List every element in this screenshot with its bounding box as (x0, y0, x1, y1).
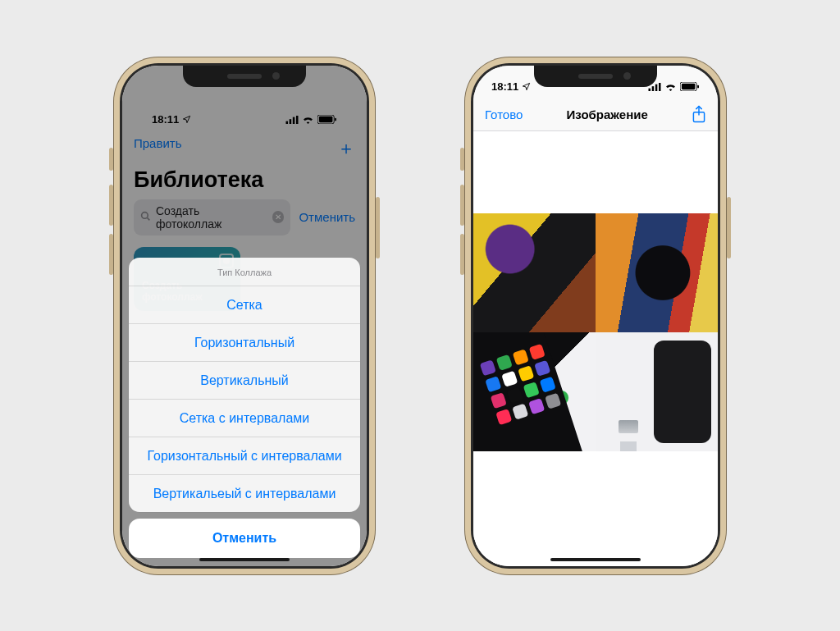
image-preview (473, 131, 718, 566)
action-sheet: Тип Коллажа Сетка Горизонтальный Вертика… (129, 258, 360, 558)
sheet-option-grid[interactable]: Сетка (129, 286, 360, 323)
cellular-icon (285, 116, 299, 124)
collage-result (473, 213, 718, 451)
svg-line-8 (148, 217, 150, 220)
volume-down-button (109, 234, 113, 275)
share-icon (692, 105, 706, 123)
home-indicator (550, 558, 641, 561)
status-bar: 18:11 (134, 98, 355, 131)
svg-rect-12 (659, 83, 661, 91)
notch (534, 66, 657, 87)
svg-rect-14 (682, 84, 696, 89)
status-time: 18:11 (491, 80, 518, 93)
svg-rect-0 (286, 121, 289, 123)
sheet-option-grid-spaced[interactable]: Сетка с интервалами (129, 399, 360, 437)
side-button (727, 197, 731, 258)
volume-up-button (109, 185, 113, 226)
sheet-option-vertical[interactable]: Вертикальный (129, 361, 360, 399)
clear-search-icon[interactable]: ✕ (272, 211, 285, 223)
share-button[interactable] (692, 105, 706, 123)
mute-switch (460, 148, 464, 171)
svg-point-7 (142, 212, 148, 218)
search-input[interactable]: Создать фотоколлаж ✕ (134, 199, 290, 235)
mute-switch (109, 148, 113, 171)
svg-rect-2 (293, 117, 295, 123)
nav-bar: Готово Изображение (473, 98, 718, 131)
svg-rect-1 (290, 119, 292, 124)
phone-right: 18:11 Готово Изображение (473, 66, 718, 566)
done-button[interactable]: Готово (485, 107, 523, 121)
search-cancel-button[interactable]: Отменить (299, 210, 355, 224)
edit-button[interactable]: Править (134, 136, 182, 161)
battery-icon (680, 82, 700, 91)
svg-rect-9 (649, 88, 651, 90)
svg-rect-3 (296, 116, 299, 124)
svg-rect-15 (697, 85, 699, 89)
collage-tile (473, 213, 596, 332)
sheet-option-vert-spaced[interactable]: Вертикальеый с интервалами (129, 474, 360, 512)
svg-rect-6 (335, 118, 336, 121)
sheet-option-horiz-spaced[interactable]: Горизонтальный с интервалами (129, 437, 360, 474)
notch (183, 66, 306, 87)
sheet-option-horizontal[interactable]: Горизонтальный (129, 323, 360, 361)
collage-tile (596, 213, 718, 332)
volume-up-button (460, 185, 464, 226)
svg-rect-5 (319, 117, 333, 122)
svg-rect-10 (652, 86, 655, 91)
action-sheet-title: Тип Коллажа (129, 258, 360, 286)
home-indicator (199, 558, 290, 561)
battery-icon (317, 115, 337, 124)
page-title: Библиотека (134, 167, 355, 193)
location-icon (182, 115, 191, 124)
search-value: Создать фотоколлаж (156, 204, 267, 231)
volume-down-button (460, 234, 464, 275)
sheet-cancel-button[interactable]: Отменить (129, 519, 360, 558)
collage-tile (473, 332, 596, 451)
add-button[interactable]: ＋ (337, 136, 355, 161)
wifi-icon (664, 82, 677, 91)
side-button (376, 197, 380, 258)
svg-rect-11 (655, 84, 658, 90)
search-icon (140, 211, 151, 224)
wifi-icon (302, 115, 314, 124)
phone-left: 18:11 Править ＋ Библиотека (122, 66, 367, 566)
status-time: 18:11 (152, 113, 179, 126)
nav-title: Изображение (567, 107, 648, 121)
collage-tile (596, 332, 718, 451)
location-icon (522, 82, 531, 91)
